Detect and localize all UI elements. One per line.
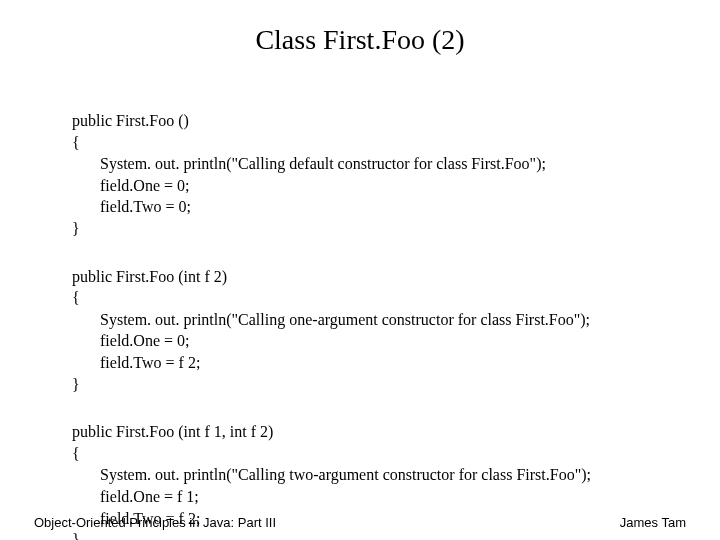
footer-right: James Tam: [620, 515, 686, 530]
code-line: {: [72, 287, 680, 309]
code-line: }: [72, 374, 680, 396]
code-line: field.One = 0;: [72, 330, 680, 352]
footer: Object-Oriented Principles in Java: Part…: [34, 515, 686, 530]
code-line: field.One = 0;: [72, 175, 680, 197]
code-block: public First.Foo () { System. out. print…: [72, 110, 680, 240]
code-line: field.Two = 0;: [72, 196, 680, 218]
code-line: }: [72, 529, 680, 540]
code-line: System. out. println("Calling two-argume…: [72, 464, 680, 486]
code-line: field.One = f 1;: [72, 486, 680, 508]
code-line: {: [72, 443, 680, 465]
code-line: {: [72, 132, 680, 154]
code-line: System. out. println("Calling one-argume…: [72, 309, 680, 331]
slide-title: Class First.Foo (2): [0, 0, 720, 56]
code-line: public First.Foo (int f 2): [72, 266, 680, 288]
slide-body: public First.Foo () { System. out. print…: [72, 110, 680, 540]
code-block: public First.Foo (int f 2) { System. out…: [72, 266, 680, 396]
code-line: System. out. println("Calling default co…: [72, 153, 680, 175]
slide: Class First.Foo (2) public First.Foo () …: [0, 0, 720, 540]
code-line: public First.Foo (int f 1, int f 2): [72, 421, 680, 443]
footer-left: Object-Oriented Principles in Java: Part…: [34, 515, 276, 530]
code-line: field.Two = f 2;: [72, 352, 680, 374]
code-line: public First.Foo (): [72, 110, 680, 132]
code-line: }: [72, 218, 680, 240]
